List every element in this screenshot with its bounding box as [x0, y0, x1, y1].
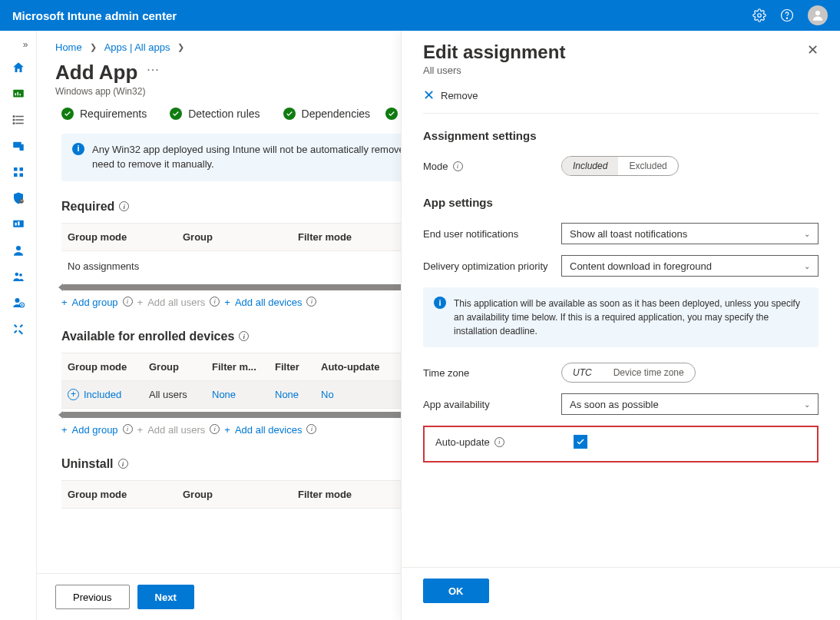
info-icon[interactable]: i: [119, 201, 129, 211]
svg-point-20: [18, 199, 23, 204]
delivery-optimization-select[interactable]: Content download in foreground ⌄: [561, 255, 819, 277]
info-icon[interactable]: i: [306, 297, 316, 307]
auto-update-checkbox[interactable]: [574, 435, 587, 449]
nav-troubleshoot-icon[interactable]: [3, 317, 34, 341]
add-group-link[interactable]: Add group: [72, 424, 118, 436]
info-icon[interactable]: i: [239, 331, 249, 341]
breadcrumb-home[interactable]: Home: [55, 41, 82, 53]
chevron-right-icon: ❯: [90, 42, 97, 52]
availability-info-box: i This application will be available as …: [423, 287, 819, 347]
nav-apps-icon[interactable]: [3, 160, 34, 184]
assignment-settings-title: Assignment settings: [423, 129, 819, 142]
remove-label: Remove: [441, 90, 478, 101]
section-title-text: Uninstall: [61, 457, 114, 471]
column-header: Filter mode: [298, 489, 390, 500]
end-user-notifications-select[interactable]: Show all toast notifications ⌄: [561, 223, 819, 244]
page-title: Add App: [55, 61, 137, 85]
add-all-users-link: Add all users: [147, 297, 205, 308]
chevron-down-icon: ⌄: [804, 400, 810, 409]
svg-rect-6: [17, 92, 18, 96]
chevron-right-icon: ❯: [177, 42, 184, 52]
avatar[interactable]: [808, 5, 828, 25]
time-zone-toggle[interactable]: UTC Device time zone: [561, 363, 696, 383]
remove-action[interactable]: ✕ Remove: [402, 81, 840, 113]
nav-users-icon[interactable]: [3, 238, 34, 263]
add-group-link[interactable]: Add group: [72, 297, 118, 308]
nav-dashboard-icon[interactable]: [3, 81, 34, 106]
panel-title: Edit assignment: [423, 41, 565, 63]
svg-point-26: [19, 274, 22, 277]
tab-requirements[interactable]: Requirements: [61, 108, 147, 120]
svg-rect-19: [19, 174, 23, 177]
app-settings-title: App settings: [423, 196, 819, 209]
column-header: Group: [183, 231, 298, 243]
svg-rect-7: [19, 94, 21, 95]
info-icon: i: [434, 297, 446, 309]
info-icon[interactable]: i: [453, 161, 463, 171]
help-icon[interactable]: [780, 8, 794, 22]
mode-toggle[interactable]: Included Excluded: [561, 156, 679, 176]
svg-point-25: [15, 273, 18, 277]
column-header: Group mode: [68, 361, 149, 373]
nav-devices-icon[interactable]: [3, 134, 34, 158]
left-nav: »: [0, 31, 37, 620]
tab-detection-rules[interactable]: Detection rules: [170, 108, 260, 120]
tab-label: Requirements: [80, 108, 147, 120]
column-header: Group mode: [68, 231, 183, 243]
cell-filter-mode[interactable]: None: [212, 389, 275, 400]
info-icon[interactable]: i: [118, 459, 128, 469]
info-icon[interactable]: i: [123, 297, 133, 307]
tab-label: Dependencies: [302, 108, 371, 120]
svg-rect-5: [15, 93, 16, 95]
plus-icon: +: [61, 297, 68, 308]
cell-filter[interactable]: None: [275, 389, 321, 400]
nav-reports-icon[interactable]: [3, 212, 34, 237]
tab-more[interactable]: [385, 108, 398, 120]
mode-included-option[interactable]: Included: [562, 157, 618, 175]
more-icon[interactable]: ···: [147, 63, 159, 77]
next-button[interactable]: Next: [137, 585, 194, 609]
info-icon[interactable]: i: [123, 424, 133, 434]
info-icon[interactable]: i: [494, 437, 504, 447]
add-all-devices-link[interactable]: Add all devices: [235, 297, 302, 308]
breadcrumb-apps[interactable]: Apps | All apps: [104, 41, 170, 53]
info-icon[interactable]: i: [210, 297, 220, 307]
plus-icon: +: [61, 424, 68, 436]
delivery-optimization-label: Delivery optimization priority: [423, 260, 548, 272]
svg-point-11: [13, 116, 15, 118]
previous-button[interactable]: Previous: [55, 585, 130, 609]
tz-device-option[interactable]: Device time zone: [603, 363, 695, 382]
ok-button[interactable]: OK: [423, 579, 489, 603]
close-icon[interactable]: ✕: [807, 41, 819, 58]
select-value: Content download in foreground: [570, 260, 712, 272]
check-icon: [61, 108, 74, 120]
column-header: Group: [183, 489, 298, 500]
nav-security-icon[interactable]: [3, 186, 34, 211]
mode-excluded-option[interactable]: Excluded: [618, 157, 677, 175]
info-icon[interactable]: i: [306, 424, 316, 434]
svg-point-0: [758, 14, 762, 18]
collapse-nav-icon[interactable]: »: [15, 35, 36, 54]
column-header: Filter m...: [212, 361, 275, 373]
nav-groups-icon[interactable]: [3, 264, 34, 289]
app-availability-select[interactable]: As soon as possible ⌄: [561, 393, 819, 415]
nav-tenant-icon[interactable]: [3, 290, 34, 315]
main-content: Home ❯ Apps | All apps ❯ Add App ··· Win…: [37, 31, 840, 620]
svg-rect-18: [14, 174, 18, 177]
nav-list-icon[interactable]: [3, 108, 34, 132]
check-icon: [385, 108, 398, 120]
tz-utc-option[interactable]: UTC: [562, 363, 603, 382]
chevron-down-icon: ⌄: [804, 262, 810, 270]
settings-icon[interactable]: [752, 8, 766, 22]
cell-auto-update[interactable]: No: [321, 389, 398, 400]
end-user-notifications-label: End user notifications: [423, 228, 518, 240]
topbar: Microsoft Intune admin center: [0, 0, 840, 31]
add-all-devices-link[interactable]: Add all devices: [235, 424, 302, 436]
time-zone-label: Time zone: [423, 367, 469, 379]
tab-dependencies[interactable]: Dependencies: [283, 108, 371, 120]
nav-home-icon[interactable]: [3, 55, 34, 80]
auto-update-label: Auto-update: [435, 436, 490, 448]
info-icon[interactable]: i: [210, 424, 220, 434]
chevron-down-icon: ⌄: [804, 230, 810, 238]
edit-assignment-panel: Edit assignment All users ✕ ✕ Remove Ass…: [401, 31, 840, 620]
